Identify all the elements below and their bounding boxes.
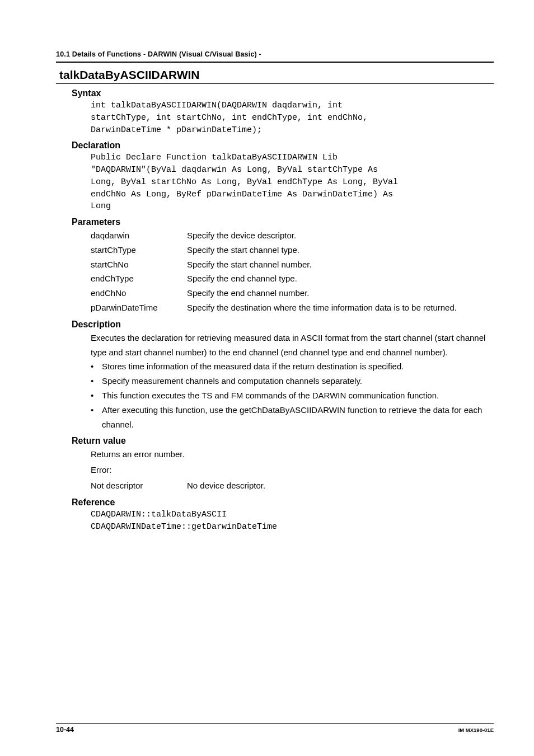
param-desc: Specify the start channel type. xyxy=(187,243,494,257)
bullet-item: • Stores time information of the measure… xyxy=(91,359,494,374)
syntax-heading: Syntax xyxy=(72,88,494,98)
param-desc: Specify the end channel number. xyxy=(187,286,494,300)
page-footer: 10-44 IM MX190-01E xyxy=(56,723,494,734)
bullet-icon: • xyxy=(91,388,102,403)
bullet-item: • After executing this function, use the… xyxy=(91,403,494,432)
page-header: 10.1 Details of Functions - DARWIN (Visu… xyxy=(56,50,494,58)
page-number: 10-44 xyxy=(56,726,74,734)
title-rule xyxy=(56,83,494,84)
footer-content: 10-44 IM MX190-01E xyxy=(56,726,494,734)
return-text-1: Returns an error number. xyxy=(91,447,494,462)
param-name: endChType xyxy=(91,271,187,286)
param-name: startChNo xyxy=(91,257,187,272)
bullet-item: • Specify measurement channels and compu… xyxy=(91,374,494,388)
param-row: startChType Specify the start channel ty… xyxy=(91,243,494,257)
param-name: pDarwinDateTime xyxy=(91,300,187,315)
bullet-icon: • xyxy=(91,359,102,374)
reference-code: CDAQDARWIN::talkDataByASCII CDAQDARWINDa… xyxy=(91,509,494,533)
return-heading: Return value xyxy=(72,436,494,446)
param-desc: Specify the end channel type. xyxy=(187,271,494,286)
page: 10.1 Details of Functions - DARWIN (Visu… xyxy=(0,0,534,756)
param-name: startChType xyxy=(91,243,187,257)
bullet-text: This function executes the TS and FM com… xyxy=(102,388,494,403)
function-title: talkDataByASCIIDARWIN xyxy=(59,68,494,82)
error-desc: No device descriptor. xyxy=(187,478,494,493)
footer-rule xyxy=(56,723,494,724)
param-name: endChNo xyxy=(91,286,187,300)
declaration-heading: Declaration xyxy=(72,140,494,151)
bullet-item: • This function executes the TS and FM c… xyxy=(91,388,494,403)
param-desc: Specify the start channel number. xyxy=(187,257,494,272)
description-intro: Executes the declaration for retrieving … xyxy=(91,331,494,360)
param-row: endChNo Specify the end channel number. xyxy=(91,286,494,300)
description-heading: Description xyxy=(72,320,494,330)
parameters-table: daqdarwin Specify the device descriptor.… xyxy=(91,228,494,315)
syntax-code: int talkDataByASCIIDARWIN(DAQDARWIN daqd… xyxy=(91,100,494,136)
param-row: daqdarwin Specify the device descriptor. xyxy=(91,228,494,243)
bullet-text: Stores time information of the measured … xyxy=(102,359,494,374)
param-desc: Specify the device descriptor. xyxy=(187,228,494,243)
bullet-icon: • xyxy=(91,374,102,388)
bullet-text: After executing this function, use the g… xyxy=(102,403,494,432)
bullet-icon: • xyxy=(91,403,102,432)
parameters-heading: Parameters xyxy=(72,217,494,227)
param-row: startChNo Specify the start channel numb… xyxy=(91,257,494,272)
return-text-2: Error: xyxy=(91,463,494,477)
header-rule xyxy=(56,62,494,63)
document-id: IM MX190-01E xyxy=(458,727,494,733)
reference-heading: Reference xyxy=(72,497,494,508)
param-row: pDarwinDateTime Specify the destination … xyxy=(91,300,494,315)
error-name: Not descriptor xyxy=(91,478,187,493)
param-row: endChType Specify the end channel type. xyxy=(91,271,494,286)
param-desc: Specify the destination where the time i… xyxy=(187,300,494,315)
param-name: daqdarwin xyxy=(91,228,187,243)
description-bullets: • Stores time information of the measure… xyxy=(91,359,494,431)
declaration-code: Public Declare Function talkDataByASCIID… xyxy=(91,152,494,213)
param-row: Not descriptor No device descriptor. xyxy=(91,478,494,493)
return-error-row: Not descriptor No device descriptor. xyxy=(91,478,494,493)
bullet-text: Specify measurement channels and computa… xyxy=(102,374,494,388)
